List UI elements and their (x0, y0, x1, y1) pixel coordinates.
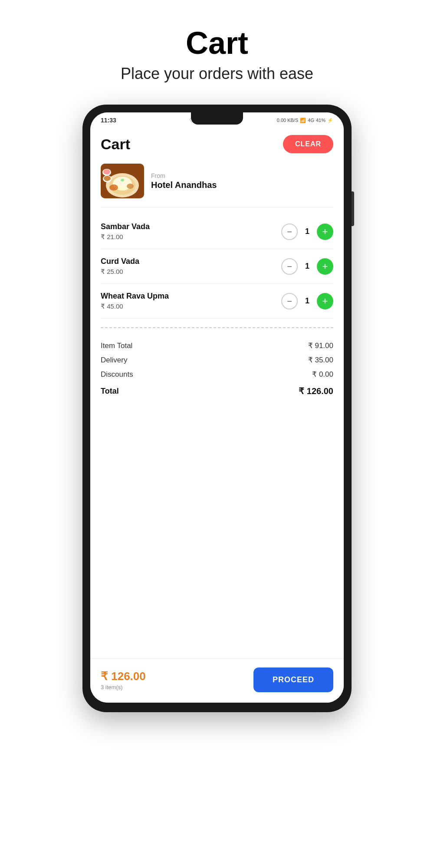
item-total-row: Item Total ₹ 91.00 (101, 339, 333, 353)
signal-icon: 4G (308, 118, 314, 123)
decrease-item-1[interactable]: − (281, 224, 298, 240)
page-subtitle: Place your orders with ease (121, 65, 313, 83)
status-time: 11:33 (101, 117, 116, 124)
svg-point-7 (121, 179, 124, 181)
item-total-value: ₹ 91.00 (308, 341, 333, 350)
decrease-item-3[interactable]: − (281, 293, 298, 309)
cart-heading: Cart (101, 136, 130, 153)
phone-side-button (352, 191, 354, 226)
bottom-total: ₹ 126.00 3 item(s) (101, 670, 146, 690)
item-details-3: Wheat Rava Upma ₹ 45.00 (101, 292, 281, 310)
svg-point-11 (103, 169, 110, 174)
discounts-label: Discounts (101, 370, 133, 379)
restaurant-name: Hotel Anandhas (151, 180, 217, 190)
delivery-label: Delivery (101, 356, 127, 365)
item-price-3: ₹ 45.00 (101, 302, 281, 310)
increase-item-2[interactable]: + (317, 258, 333, 275)
discounts-row: Discounts ₹ 0.00 (101, 367, 333, 381)
quantity-control-2: − 1 + (281, 258, 333, 275)
item-name-1: Sambar Vada (101, 222, 281, 231)
bottom-bar: ₹ 126.00 3 item(s) PROCEED (90, 658, 344, 703)
restaurant-section: From Hotel Anandhas (101, 164, 333, 207)
phone-notch (191, 112, 243, 125)
item-price-2: ₹ 25.00 (101, 268, 281, 276)
battery-level: 41% (316, 118, 326, 123)
svg-point-9 (104, 176, 111, 181)
decrease-item-2[interactable]: − (281, 258, 298, 275)
price-summary: Item Total ₹ 91.00 Delivery ₹ 35.00 Disc… (101, 337, 333, 401)
page-title: Cart (186, 26, 248, 60)
phone-frame: 11:33 ♡ 🌐 0.00 KB/S 📶 4G 41% ⚡ Cart CLEA… (82, 105, 352, 712)
qty-value-3: 1 (304, 296, 311, 306)
item-price-1: ₹ 21.00 (101, 233, 281, 241)
quantity-control-3: − 1 + (281, 293, 333, 309)
item-details-2: Curd Vada ₹ 25.00 (101, 257, 281, 276)
item-details-1: Sambar Vada ₹ 21.00 (101, 222, 281, 241)
from-label: From (151, 172, 217, 179)
restaurant-image (101, 164, 144, 198)
svg-point-5 (109, 184, 118, 191)
qty-value-1: 1 (304, 227, 311, 236)
cart-header: Cart CLEAR (101, 135, 333, 153)
item-name-2: Curd Vada (101, 257, 281, 266)
phone-screen: 11:33 ♡ 🌐 0.00 KB/S 📶 4G 41% ⚡ Cart CLEA… (90, 112, 344, 703)
proceed-button[interactable]: PROCEED (253, 667, 333, 692)
total-value: ₹ 126.00 (299, 386, 333, 396)
item-total-label: Item Total (101, 342, 132, 350)
qty-value-2: 1 (304, 262, 311, 271)
bottom-total-amount: ₹ 126.00 (101, 670, 146, 683)
delivery-row: Delivery ₹ 35.00 (101, 353, 333, 367)
summary-divider (101, 327, 333, 328)
cart-item-2: Curd Vada ₹ 25.00 − 1 + (101, 249, 333, 284)
quantity-control-1: − 1 + (281, 224, 333, 240)
delivery-value: ₹ 35.00 (308, 355, 333, 365)
svg-point-6 (127, 184, 134, 189)
restaurant-info: From Hotel Anandhas (151, 172, 217, 190)
total-row: Total ₹ 126.00 (101, 383, 333, 399)
status-right-icons: 0.00 KB/S 📶 4G 41% ⚡ (277, 118, 333, 123)
wifi-icon: 📶 (300, 118, 306, 123)
total-label: Total (101, 387, 119, 396)
discounts-value: ₹ 0.00 (312, 370, 333, 379)
increase-item-3[interactable]: + (317, 293, 333, 309)
data-speed: 0.00 KB/S (277, 118, 299, 123)
item-name-3: Wheat Rava Upma (101, 292, 281, 301)
battery-icon: ⚡ (327, 118, 333, 123)
cart-item-3: Wheat Rava Upma ₹ 45.00 − 1 + (101, 284, 333, 319)
clear-button[interactable]: CLEAR (283, 135, 333, 153)
cart-item-1: Sambar Vada ₹ 21.00 − 1 + (101, 214, 333, 249)
increase-item-1[interactable]: + (317, 224, 333, 240)
app-content: Cart CLEAR (90, 126, 344, 658)
bottom-total-items: 3 item(s) (101, 684, 146, 690)
